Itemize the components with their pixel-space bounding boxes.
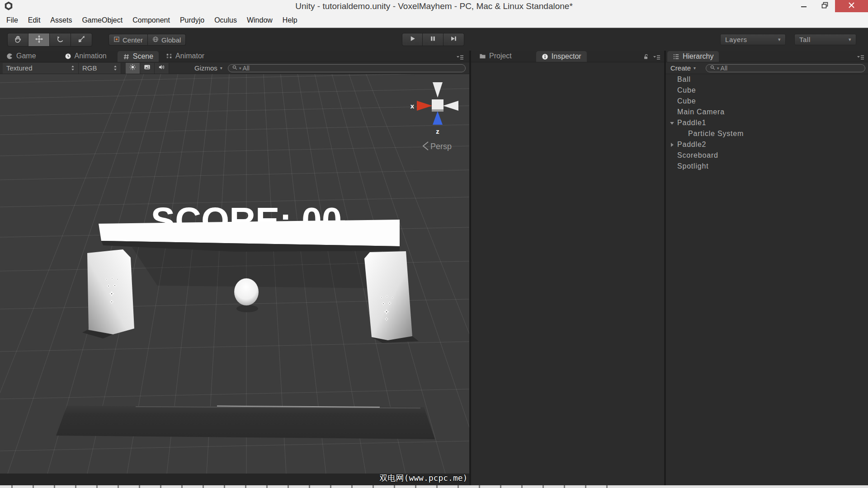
folder-icon: [479, 53, 486, 60]
hierarchy-item-cube[interactable]: Cube: [666, 85, 868, 96]
draw-mode-dropdown[interactable]: Textured: [3, 63, 79, 74]
hand-tool-button[interactable]: [7, 33, 28, 47]
hierarchy-search-input[interactable]: ▾ All: [706, 64, 865, 72]
search-icon: [232, 65, 238, 72]
scene-search-value: All: [242, 65, 250, 72]
tab-game[interactable]: Game: [5, 50, 38, 62]
menu-item-help[interactable]: Help: [278, 12, 302, 28]
hierarchy-search-value: All: [721, 65, 728, 72]
hierarchy-item-main-camera[interactable]: Main Camera: [666, 107, 868, 117]
panel-menu-icon: [857, 54, 864, 62]
hierarchy-item-paddle1[interactable]: Paddle1: [666, 117, 868, 128]
tab-animator[interactable]: Animator: [164, 50, 206, 62]
axis-x-cone[interactable]: [417, 101, 432, 111]
pause-icon: [429, 35, 436, 44]
color-mode-dropdown[interactable]: RGB: [79, 63, 121, 74]
step-icon: [450, 35, 457, 44]
main-toolbar: Center Global Layers ▾ Tall ▾: [0, 28, 868, 51]
hierarchy-menu-button[interactable]: [857, 54, 864, 62]
game-icon: [6, 53, 13, 60]
hierarchy-item-label: Scoreboard: [677, 151, 718, 160]
play-controls: [402, 33, 464, 46]
restore-button[interactable]: [814, 0, 835, 12]
hierarchy-item-label: Ball: [677, 75, 691, 84]
menu-item-file[interactable]: File: [1, 12, 23, 28]
hierarchy-item-particle-system[interactable]: Particle System: [666, 128, 868, 139]
clock-icon: [65, 53, 71, 60]
hand-tool-icon: [14, 35, 22, 45]
close-icon: [848, 2, 855, 10]
info-icon: [542, 53, 548, 60]
step-button[interactable]: [443, 33, 464, 46]
tab-project[interactable]: Project: [477, 50, 514, 62]
hierarchy-panel-tabbar: Hierarchy: [666, 51, 868, 62]
tab-scene[interactable]: Scene: [118, 51, 159, 62]
foldout-open-icon[interactable]: [669, 121, 675, 126]
pivot-center-button[interactable]: Center: [108, 34, 148, 46]
watermark-text: 双电网(www.pcpc.me): [380, 473, 468, 483]
tab-label: Project: [489, 52, 512, 60]
close-button[interactable]: [835, 0, 868, 12]
menu-item-oculus[interactable]: Oculus: [209, 12, 242, 28]
inspector-menu-button[interactable]: [653, 54, 660, 62]
skybox-toggle[interactable]: [140, 63, 155, 74]
paddle2[interactable]: [364, 251, 412, 340]
axis-z-cone[interactable]: [433, 111, 443, 125]
bottom-wall[interactable]: [56, 406, 435, 439]
hierarchy-item-ball[interactable]: Ball: [666, 74, 868, 85]
paddle1[interactable]: [87, 249, 134, 334]
space-label: Global: [161, 36, 181, 44]
globe-icon: [152, 36, 159, 44]
gizmos-dropdown[interactable]: Gizmos ▾: [191, 63, 226, 74]
hierarchy-item-label: Main Camera: [677, 108, 725, 116]
menu-item-purdyjo[interactable]: Purdyjo: [175, 12, 209, 28]
menu-item-window[interactable]: Window: [242, 12, 278, 28]
space-global-button[interactable]: Global: [148, 34, 186, 46]
menu-item-component[interactable]: Component: [127, 12, 175, 28]
menu-item-gameobject[interactable]: GameObject: [77, 12, 127, 28]
tab-animation[interactable]: Animation: [63, 50, 108, 62]
hierarchy-item-label: Cube: [677, 86, 696, 94]
inspector-lock-button[interactable]: [643, 54, 649, 62]
create-button[interactable]: Create ▾: [666, 64, 700, 72]
hierarchy-item-scoreboard[interactable]: Scoreboard: [666, 150, 868, 161]
animator-icon: [166, 53, 172, 59]
gizmo-cube-edge: [432, 109, 443, 112]
scene-viewport[interactable]: SCORE: 00: [0, 74, 469, 474]
updown-icon: [71, 65, 75, 71]
pause-button[interactable]: [423, 33, 443, 46]
tab-hierarchy[interactable]: Hierarchy: [667, 51, 719, 62]
audio-icon: [158, 64, 165, 72]
menu-item-edit[interactable]: Edit: [23, 12, 46, 28]
tab-inspector[interactable]: Inspector: [536, 51, 587, 62]
hierarchy-item-paddle2[interactable]: Paddle2: [666, 139, 868, 150]
updown-icon: [113, 65, 117, 71]
inspector-panel: ProjectInspector: [471, 51, 664, 485]
window-title: Unity - tutorialdemo.unity - VoxelMayhem…: [0, 0, 868, 12]
scene-orientation-gizmo[interactable]: x z Persp: [410, 82, 458, 151]
projection-label[interactable]: Persp: [430, 142, 452, 151]
tab-label: Game: [16, 52, 36, 60]
scale-tool-button[interactable]: [71, 33, 92, 47]
layers-dropdown[interactable]: Layers ▾: [720, 34, 786, 45]
audio-toggle[interactable]: [155, 63, 169, 74]
tab-label: Inspector: [552, 52, 581, 61]
minimize-button[interactable]: [793, 0, 814, 12]
axis-y-cone[interactable]: [433, 82, 443, 98]
scene-search-input[interactable]: ▾ All: [228, 64, 466, 72]
hierarchy-item-cube[interactable]: Cube: [666, 96, 868, 107]
rotate-tool-button[interactable]: [50, 33, 71, 47]
hierarchy-item-label: Cube: [677, 97, 696, 105]
play-icon: [409, 35, 416, 44]
move-tool-button[interactable]: [28, 33, 50, 47]
persp-chevron-icon: [423, 142, 428, 150]
axis-right-cone[interactable]: [443, 101, 458, 111]
scene-lighting-toggle[interactable]: [126, 63, 140, 74]
foldout-closed-icon[interactable]: [669, 142, 675, 147]
hierarchy-item-spotlight[interactable]: Spotlight: [666, 161, 868, 172]
menu-item-assets[interactable]: Assets: [45, 12, 77, 28]
play-button[interactable]: [402, 33, 423, 46]
layout-dropdown[interactable]: Tall ▾: [794, 34, 856, 45]
scene-panel-menu-button[interactable]: [456, 54, 464, 62]
ball[interactable]: [234, 278, 259, 305]
